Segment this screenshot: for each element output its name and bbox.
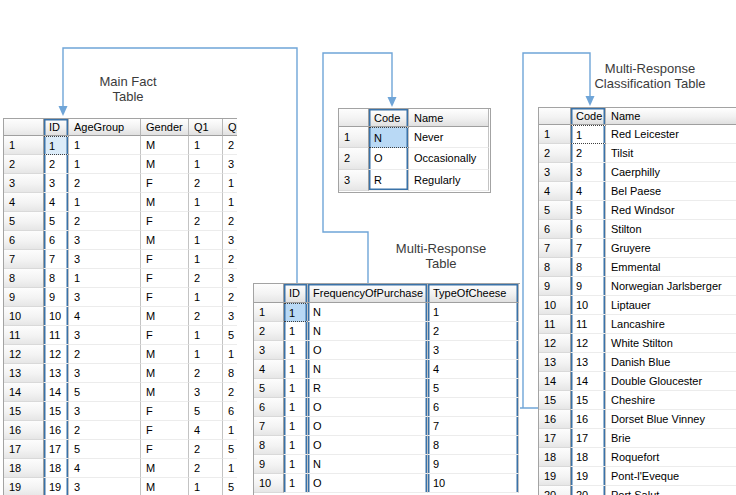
data-cell: 7	[428, 417, 519, 436]
data-cell: F	[141, 421, 189, 440]
data-cell: O	[308, 417, 428, 436]
title-line: Classification Table	[570, 76, 730, 91]
data-cell: 15	[44, 402, 69, 421]
row-number: 3	[539, 163, 571, 182]
data-cell: 3	[44, 174, 69, 193]
data-cell: Double Gloucester	[606, 372, 736, 391]
column-header: Q1	[189, 119, 223, 136]
row-number: 14	[539, 372, 571, 391]
data-cell: Brie	[606, 429, 736, 448]
row-number: 9	[4, 288, 44, 307]
data-cell: 1	[189, 250, 223, 269]
data-cell: 18	[44, 459, 69, 478]
data-cell: 3	[223, 231, 237, 250]
data-cell: 1	[223, 174, 237, 193]
row-number: 3	[254, 341, 284, 360]
data-cell: N	[308, 322, 428, 341]
row-number: 6	[4, 231, 44, 250]
data-cell: 2	[69, 421, 141, 440]
data-cell: 3	[69, 288, 141, 307]
data-cell: 16	[44, 421, 69, 440]
data-cell: 17	[44, 440, 69, 459]
data-cell: R	[369, 170, 409, 191]
data-cell: F	[141, 212, 189, 231]
data-cell: 1	[571, 125, 606, 144]
main-fact-table: IDAgeGroupGenderQ1Q2111M12221M13332F2144…	[3, 118, 237, 495]
row-number: 12	[539, 334, 571, 353]
data-cell: O	[308, 436, 428, 455]
title-line: Table	[58, 89, 198, 104]
row-number: 10	[4, 307, 44, 326]
data-cell: 9	[44, 288, 69, 307]
data-cell: 2	[571, 144, 606, 163]
data-cell: Tilsit	[606, 144, 736, 163]
data-cell: 6	[44, 231, 69, 250]
data-cell: 2	[189, 364, 223, 383]
data-cell: 1	[189, 326, 223, 345]
data-cell: 6	[223, 402, 237, 421]
multi-response-table-grid: IDFrequencyOfPurchaseTypeOfCheese11N121N…	[254, 284, 520, 493]
data-cell: 1	[223, 459, 237, 478]
data-cell: 13	[44, 364, 69, 383]
data-cell: 4	[44, 193, 69, 212]
data-cell: 2	[223, 136, 237, 155]
row-number: 7	[254, 417, 284, 436]
data-cell: M	[141, 231, 189, 250]
row-number: 8	[254, 436, 284, 455]
corner-cell	[339, 109, 369, 127]
row-number: 7	[539, 239, 571, 258]
data-cell: 10	[571, 296, 606, 315]
data-cell: N	[308, 303, 428, 322]
data-cell: 2	[223, 250, 237, 269]
row-number: 8	[539, 258, 571, 277]
data-cell: 4	[69, 307, 141, 326]
data-cell: 15	[571, 391, 606, 410]
frequency-code-lookup-table: CodeName1NNever2OOccasionally3RRegularly	[338, 108, 491, 193]
data-cell: 1	[69, 155, 141, 174]
row-number: 14	[4, 383, 44, 402]
data-cell: 1	[189, 478, 223, 495]
data-cell: F	[141, 250, 189, 269]
data-cell: 1	[284, 341, 308, 360]
data-cell: 6	[428, 398, 519, 417]
data-cell: 5	[428, 379, 519, 398]
data-cell: Cheshire	[606, 391, 736, 410]
data-cell: 14	[571, 372, 606, 391]
data-cell: 3	[428, 341, 519, 360]
data-cell: 2	[428, 322, 519, 341]
title-line: Multi-Response	[570, 61, 730, 76]
data-cell: Danish Blue	[606, 353, 736, 372]
data-cell: Gruyere	[606, 239, 736, 258]
data-cell: Roquefort	[606, 448, 736, 467]
data-cell: 1	[69, 136, 141, 155]
row-number: 1	[339, 127, 369, 148]
data-cell: 14	[44, 383, 69, 402]
data-cell: Red Leicester	[606, 125, 736, 144]
data-cell: 1	[284, 474, 308, 493]
data-cell: M	[141, 383, 189, 402]
data-cell: 1	[189, 288, 223, 307]
column-header: Gender	[141, 119, 189, 136]
data-cell: 3	[69, 326, 141, 345]
data-cell: Norwegian Jarlsberger	[606, 277, 736, 296]
corner-cell	[254, 284, 284, 303]
title-line: Main Fact	[58, 74, 198, 89]
data-cell: 1	[284, 417, 308, 436]
data-cell: F	[141, 174, 189, 193]
data-cell: 5	[189, 402, 223, 421]
data-cell: 4	[428, 360, 519, 379]
data-cell: 2	[189, 212, 223, 231]
main-fact-table-title: Main Fact Table	[58, 74, 198, 104]
column-header: Name	[409, 109, 489, 127]
frequency-code-table-grid: CodeName1NNever2OOccasionally3RRegularly	[339, 109, 490, 191]
data-cell: 2	[223, 288, 237, 307]
data-cell: 3	[223, 155, 237, 174]
data-cell: M	[141, 155, 189, 174]
data-cell: M	[141, 478, 189, 495]
row-number: 20	[539, 486, 571, 495]
row-number: 9	[254, 455, 284, 474]
data-cell: 1	[69, 269, 141, 288]
row-number: 13	[4, 364, 44, 383]
corner-cell	[4, 119, 44, 136]
row-number: 2	[339, 148, 369, 169]
